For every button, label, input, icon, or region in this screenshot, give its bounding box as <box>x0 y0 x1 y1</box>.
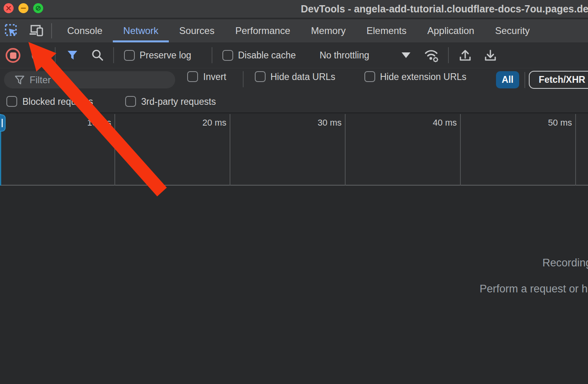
tab-sources[interactable]: Sources <box>169 19 225 42</box>
import-har-button[interactable] <box>458 48 472 64</box>
timeline-tick-20ms: 20 ms <box>190 118 226 128</box>
import-har-icon <box>458 48 472 62</box>
search-button[interactable] <box>91 49 104 63</box>
tab-console[interactable]: Console <box>57 19 113 42</box>
record-stop-icon <box>10 52 16 59</box>
filter-type-fetch-xhr-button[interactable]: Fetch/XHR <box>529 71 588 89</box>
timeline-window-grip[interactable] <box>0 114 6 132</box>
filter-row-divider <box>524 72 525 88</box>
inspect-element-button[interactable] <box>2 19 21 42</box>
export-har-button[interactable] <box>484 48 497 64</box>
filter-funnel-icon <box>66 49 78 61</box>
invert-checkbox[interactable] <box>187 71 198 82</box>
search-icon <box>91 49 104 62</box>
invert-label: Invert <box>203 72 226 82</box>
toolbar-divider <box>113 47 114 63</box>
gear-icon <box>433 57 438 62</box>
timeline-gridline <box>460 114 461 186</box>
hide-extension-urls-label: Hide extension URLs <box>380 72 466 82</box>
devtools-tabbar: Console Network Sources Performance Memo… <box>0 19 588 42</box>
throttling-select[interactable]: No throttling <box>320 50 369 61</box>
network-conditions-button[interactable] <box>424 48 440 65</box>
network-conditions-icon <box>424 48 440 63</box>
empty-state-recording-text: Recording network activity… <box>542 257 588 269</box>
hide-data-urls-label: Hide data URLs <box>270 72 335 82</box>
empty-state-instruction-text: Perform a request or hit ⌘R to record th… <box>480 282 588 295</box>
filter-input-placeholder: Filter <box>30 74 51 86</box>
timeline-gridline <box>230 114 230 186</box>
toolbar-divider <box>212 47 212 63</box>
preserve-log-label: Preserve log <box>140 50 191 61</box>
clear-icon <box>31 50 43 62</box>
panel-tabs: Console Network Sources Performance Memo… <box>57 19 540 42</box>
tab-performance[interactable]: Performance <box>225 19 300 42</box>
export-har-icon <box>484 48 497 62</box>
filter-type-all-button[interactable]: All <box>496 71 519 88</box>
third-party-requests-label: 3rd-party requests <box>141 96 216 107</box>
filter-input-funnel-icon <box>14 75 25 85</box>
window-title: DevTools - angela-add-tutorial.cloudflar… <box>301 3 588 15</box>
third-party-requests-checkbox[interactable] <box>125 96 136 107</box>
timeline-tick-50ms: 50 ms <box>536 118 572 128</box>
close-window-icon[interactable] <box>4 3 14 13</box>
minimize-window-icon[interactable] <box>18 3 28 13</box>
blocked-requests-label: Blocked requests <box>22 96 93 107</box>
tab-application[interactable]: Application <box>417 19 484 42</box>
timeline-tick-10ms: 10 ms <box>75 118 111 128</box>
timeline-gridline <box>575 114 576 186</box>
zoom-window-icon[interactable] <box>33 3 43 13</box>
throttling-dropdown-arrow-icon[interactable] <box>402 52 410 58</box>
blocked-requests-checkbox[interactable] <box>6 96 17 107</box>
disable-cache-checkbox[interactable] <box>222 50 233 61</box>
tab-security[interactable]: Security <box>485 19 540 42</box>
tab-elements[interactable]: Elements <box>356 19 417 42</box>
tabbar-divider <box>51 23 52 38</box>
hide-extension-urls-checkbox[interactable] <box>364 71 375 82</box>
hide-data-urls-checkbox[interactable] <box>255 71 266 82</box>
preserve-log-checkbox[interactable] <box>124 50 135 61</box>
disable-cache-label: Disable cache <box>238 50 296 61</box>
toggle-device-toolbar-button[interactable] <box>27 19 46 42</box>
device-toolbar-icon <box>29 24 44 38</box>
timeline-tick-40ms: 40 ms <box>421 118 457 128</box>
tab-memory[interactable]: Memory <box>301 19 356 42</box>
toolbar-divider <box>448 47 449 63</box>
tab-network[interactable]: Network <box>113 19 169 42</box>
window-titlebar: DevTools - angela-add-tutorial.cloudflar… <box>0 0 588 18</box>
filter-toggle-button[interactable] <box>66 49 78 63</box>
timeline-gridline <box>345 114 346 186</box>
clear-network-log-button[interactable] <box>31 50 43 63</box>
filter-input[interactable]: Filter <box>4 71 175 88</box>
toolbar-divider <box>55 47 56 63</box>
timeline-tick-30ms: 30 ms <box>306 118 342 128</box>
filter-row-divider <box>243 71 244 87</box>
inspect-icon <box>4 23 19 38</box>
timeline-gridline <box>114 114 115 186</box>
record-network-log-button[interactable] <box>6 48 20 63</box>
